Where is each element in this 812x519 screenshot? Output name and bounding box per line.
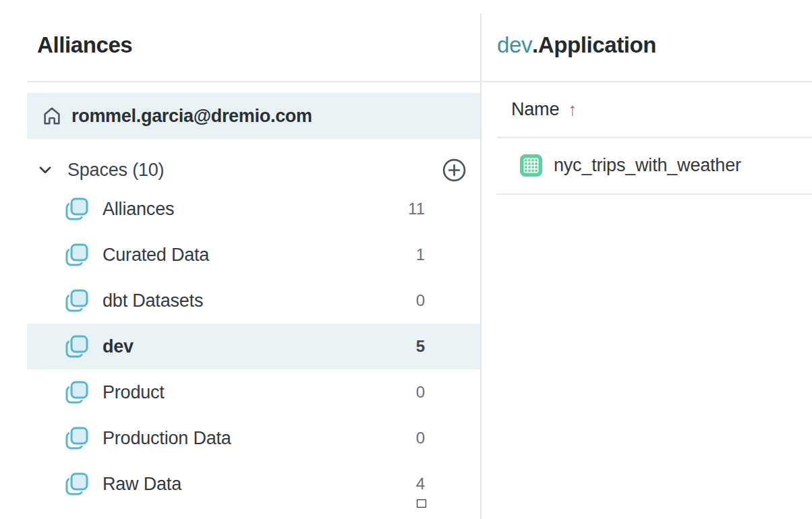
spaces-section-header: Spaces (10) bbox=[27, 154, 480, 186]
sidebar-item-count: 0 bbox=[416, 383, 425, 402]
space-stacked-squares-icon bbox=[63, 241, 91, 269]
sidebar-title: Alliances bbox=[37, 34, 132, 56]
spaces-section-label: Spaces (10) bbox=[67, 160, 164, 181]
sidebar-item-label: Production Data bbox=[103, 428, 231, 449]
dataset-name: nyc_trips_with_weather bbox=[554, 155, 741, 176]
space-stacked-squares-icon bbox=[63, 424, 91, 452]
sidebar-item-label: Raw Data bbox=[103, 474, 181, 495]
space-stacked-squares-icon bbox=[63, 286, 91, 315]
sidebar-item-label: Alliances bbox=[103, 199, 174, 220]
sidebar-item-count: 0 bbox=[416, 429, 425, 448]
sidebar-item-alliances[interactable]: Alliances 11 bbox=[27, 186, 480, 232]
sidebar-item-curated-data[interactable]: Curated Data 1 bbox=[27, 232, 480, 278]
sidebar-item-count: 1 bbox=[416, 245, 425, 264]
sidebar-item-count: 5 bbox=[416, 337, 425, 356]
stray-square-artifact bbox=[417, 499, 426, 508]
dremio-catalog-screen: Alliances rommel.garcia@dremio.com Space… bbox=[0, 0, 812, 519]
sidebar-item-label: Product bbox=[103, 382, 165, 403]
breadcrumb: dev.Application bbox=[497, 34, 656, 56]
dataset-table-icon bbox=[519, 154, 543, 177]
sidebar-title-divider bbox=[27, 81, 480, 82]
sidebar-item-production-data[interactable]: Production Data 0 bbox=[27, 415, 480, 461]
sidebar-item-label: dbt Datasets bbox=[103, 291, 203, 311]
name-column-header[interactable]: Name ↑ bbox=[497, 82, 812, 137]
breadcrumb-space[interactable]: dev bbox=[497, 32, 532, 57]
plus-circle-icon bbox=[442, 158, 467, 183]
add-space-button[interactable] bbox=[442, 158, 467, 183]
space-stacked-squares-icon bbox=[63, 378, 91, 406]
sidebar-item-dev[interactable]: dev 5 bbox=[27, 324, 480, 369]
breadcrumb-separator: . bbox=[532, 32, 538, 57]
space-stacked-squares-icon bbox=[63, 195, 91, 223]
dataset-row-divider bbox=[497, 193, 812, 195]
sidebar-item-count: 0 bbox=[416, 291, 425, 310]
sidebar-item-count: 11 bbox=[408, 200, 425, 218]
sidebar-item-raw-data[interactable]: Raw Data 4 bbox=[27, 461, 480, 507]
chevron-down-icon[interactable] bbox=[36, 161, 54, 179]
dataset-row-nyc-trips-with-weather[interactable]: nyc_trips_with_weather bbox=[497, 138, 812, 193]
panel-divider bbox=[480, 13, 482, 519]
space-stacked-squares-icon bbox=[63, 332, 91, 361]
sidebar-item-dbt-datasets[interactable]: dbt Datasets 0 bbox=[27, 278, 480, 324]
space-stacked-squares-icon bbox=[63, 470, 91, 498]
sort-ascending-arrow-icon: ↑ bbox=[568, 100, 577, 118]
breadcrumb-entity: Application bbox=[538, 32, 656, 57]
sidebar-item-product[interactable]: Product 0 bbox=[27, 369, 480, 415]
name-column-label: Name bbox=[511, 99, 559, 120]
home-space-row[interactable]: rommel.garcia@dremio.com bbox=[27, 93, 480, 139]
home-space-label: rommel.garcia@dremio.com bbox=[71, 106, 312, 127]
home-icon bbox=[40, 104, 63, 127]
sidebar-item-count: 4 bbox=[416, 475, 425, 493]
sidebar-item-label: Curated Data bbox=[103, 245, 209, 266]
sidebar-item-label: dev bbox=[103, 336, 134, 357]
